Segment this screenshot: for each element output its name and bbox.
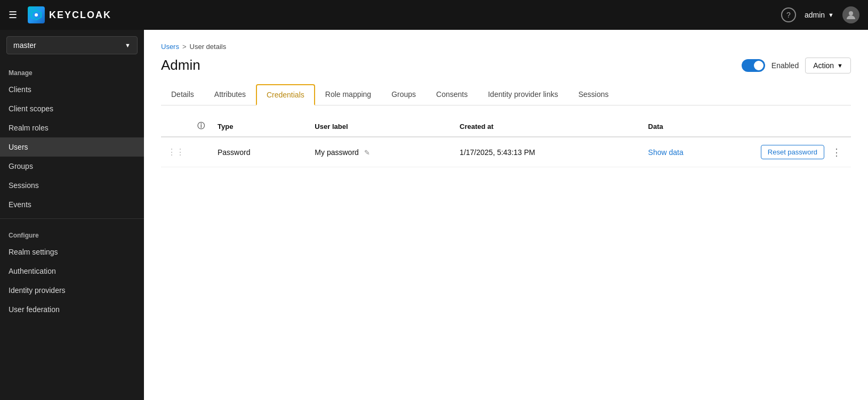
avatar[interactable] xyxy=(842,6,859,23)
breadcrumb-current: User details xyxy=(190,43,227,51)
sidebar: master ▼ Manage Clients Client scopes Re… xyxy=(0,30,144,400)
manage-section-label: Manage xyxy=(0,61,144,80)
admin-dropdown[interactable]: admin ▼ xyxy=(805,11,834,19)
admin-chevron-icon: ▼ xyxy=(828,12,834,18)
breadcrumb-separator: > xyxy=(182,43,187,51)
realm-selector[interactable]: master ▼ xyxy=(6,36,138,54)
created-at-cell: 1/17/2025, 5:43:13 PM xyxy=(453,137,641,167)
realm-label: master xyxy=(13,41,36,50)
svg-point-3 xyxy=(849,11,853,15)
configure-section-label: Configure xyxy=(0,223,144,242)
col-type-header: Type xyxy=(211,116,308,137)
col-actions-header xyxy=(744,116,851,137)
tab-sessions[interactable]: Sessions xyxy=(568,84,619,105)
sidebar-item-identity-providers[interactable]: Identity providers xyxy=(0,281,144,300)
page-title-row: Admin Enabled Action ▼ xyxy=(161,57,851,74)
show-data-link[interactable]: Show data xyxy=(648,148,684,157)
top-header: ☰ KEYCLOAK ? admin ▼ xyxy=(0,0,868,30)
info-icon[interactable]: ⓘ xyxy=(197,121,205,130)
logo-icon xyxy=(28,6,45,23)
row-actions-cell: Reset password ⋮ xyxy=(744,137,851,167)
sidebar-divider xyxy=(0,218,144,219)
svg-point-2 xyxy=(35,13,38,17)
sidebar-item-events[interactable]: Events xyxy=(0,195,144,214)
col-created-at-header: Created at xyxy=(453,116,641,137)
sidebar-item-sessions[interactable]: Sessions xyxy=(0,176,144,195)
data-cell: Show data xyxy=(642,137,744,167)
main-layout: master ▼ Manage Clients Client scopes Re… xyxy=(0,30,868,400)
tabs: Details Attributes Credentials Role mapp… xyxy=(161,84,851,105)
drag-handle-cell: ⋮⋮ xyxy=(161,137,191,167)
sidebar-item-groups[interactable]: Groups xyxy=(0,157,144,176)
drag-handle-icon[interactable]: ⋮⋮ xyxy=(167,148,184,157)
hamburger-icon[interactable]: ☰ xyxy=(9,9,17,21)
sidebar-item-authentication[interactable]: Authentication xyxy=(0,262,144,281)
row-info-cell xyxy=(191,137,211,167)
breadcrumb-users-link[interactable]: Users xyxy=(161,43,179,51)
action-chevron-icon: ▼ xyxy=(837,62,843,69)
title-actions: Enabled Action ▼ xyxy=(742,58,851,74)
logo-text: KEYCLOAK xyxy=(49,10,111,21)
col-user-label-header: User label xyxy=(308,116,453,137)
sidebar-item-clients[interactable]: Clients xyxy=(0,80,144,99)
tab-consents[interactable]: Consents xyxy=(426,84,478,105)
content-area: Users > User details Admin Enabled Actio… xyxy=(144,30,868,400)
sidebar-item-client-scopes[interactable]: Client scopes xyxy=(0,99,144,118)
kebab-menu-icon[interactable]: ⋮ xyxy=(829,145,845,159)
breadcrumb: Users > User details xyxy=(161,43,851,51)
table-row: ⋮⋮ Password My password ✎ 1/17/2025, 5:4… xyxy=(161,137,851,167)
credentials-table: ⓘ Type User label Created at Data xyxy=(161,116,851,167)
col-drag xyxy=(161,116,191,137)
col-data-header: Data xyxy=(642,116,744,137)
edit-user-label-icon[interactable]: ✎ xyxy=(364,149,370,157)
sidebar-item-user-federation[interactable]: User federation xyxy=(0,300,144,319)
admin-label: admin xyxy=(805,11,825,19)
user-label-cell: My password ✎ xyxy=(308,137,453,167)
col-info: ⓘ xyxy=(191,116,211,137)
tab-credentials[interactable]: Credentials xyxy=(256,84,315,105)
sidebar-item-realm-settings[interactable]: Realm settings xyxy=(0,242,144,262)
sidebar-item-users[interactable]: Users xyxy=(0,137,144,157)
tab-attributes[interactable]: Attributes xyxy=(204,84,256,105)
type-cell: Password xyxy=(211,137,308,167)
tab-role-mapping[interactable]: Role mapping xyxy=(315,84,381,105)
tab-groups[interactable]: Groups xyxy=(381,84,426,105)
reset-password-button[interactable]: Reset password xyxy=(761,145,824,159)
tab-identity-provider-links[interactable]: Identity provider links xyxy=(478,84,568,105)
header-right: ? admin ▼ xyxy=(781,6,859,23)
page-title: Admin xyxy=(161,57,200,74)
realm-chevron-icon: ▼ xyxy=(125,42,131,48)
logo-area: KEYCLOAK xyxy=(28,6,775,23)
tab-details[interactable]: Details xyxy=(161,84,204,105)
enabled-label: Enabled xyxy=(771,61,799,70)
sidebar-item-realm-roles[interactable]: Realm roles xyxy=(0,118,144,137)
action-button[interactable]: Action ▼ xyxy=(805,58,851,74)
help-icon[interactable]: ? xyxy=(781,7,796,22)
enabled-toggle[interactable] xyxy=(742,59,765,72)
